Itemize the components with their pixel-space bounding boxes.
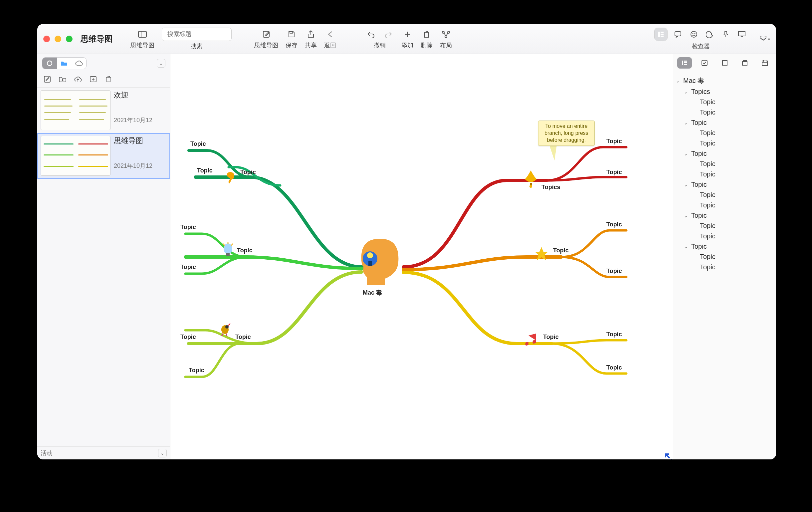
minimize-button[interactable]	[55, 36, 61, 42]
delete-icon[interactable]	[421, 29, 432, 40]
share-icon[interactable]	[305, 29, 317, 40]
search-box[interactable]	[162, 28, 232, 41]
document-item[interactable]: 思维导图 2021年10月12	[37, 133, 170, 179]
outline-item[interactable]: Topic	[674, 128, 775, 138]
svg-rect-31	[684, 61, 687, 62]
branch-label[interactable]: Topics	[542, 184, 560, 191]
document-item[interactable]: 欢迎 2021年10月12	[37, 88, 170, 133]
emoji-icon[interactable]	[688, 29, 699, 40]
branch-label[interactable]: Topic	[553, 247, 569, 254]
new-doc-icon[interactable]	[89, 75, 98, 84]
save-icon[interactable]	[286, 29, 297, 40]
svg-rect-13	[675, 32, 681, 36]
branch-label[interactable]: Topic	[606, 221, 622, 228]
svg-point-29	[529, 185, 532, 188]
branch-label[interactable]: Topic	[606, 364, 622, 371]
branch-label[interactable]: Topic	[180, 224, 196, 231]
inspector-tabs	[673, 54, 776, 72]
svg-point-22	[367, 252, 373, 258]
svg-rect-10	[661, 32, 664, 33]
mindmap-canvas[interactable]: Mac 毒 Topic Topic Topic Topic Topic Topi…	[170, 54, 673, 459]
layout-icon[interactable]	[440, 29, 452, 40]
outline-item[interactable]: Topic	[674, 231, 775, 241]
outline-item[interactable]: Topic	[674, 169, 775, 179]
svg-rect-25	[226, 253, 230, 256]
body: ⌄	[37, 54, 776, 459]
branch-label[interactable]: Topic	[235, 334, 251, 341]
branch-label[interactable]: Topic	[180, 334, 196, 341]
branch-label[interactable]: Topic	[189, 367, 204, 374]
palette-icon[interactable]	[704, 29, 716, 40]
close-button[interactable]	[43, 36, 50, 42]
overflow-icon[interactable]: »	[759, 33, 770, 45]
view-folder-icon[interactable]	[57, 58, 71, 69]
new-folder-icon[interactable]	[58, 75, 67, 84]
branch-label[interactable]: Topic	[197, 167, 213, 174]
outline-root[interactable]: ⌄Mac 毒	[674, 75, 775, 87]
outline-item[interactable]: ⌄Topic	[674, 210, 775, 221]
svg-rect-32	[684, 62, 687, 63]
branch-label[interactable]: Topic	[237, 247, 253, 254]
traffic-lights	[43, 36, 72, 42]
activity-filter-input[interactable]	[40, 450, 155, 457]
branch-label[interactable]: Topic	[606, 138, 622, 145]
trash-icon[interactable]	[104, 75, 113, 84]
toolbar-edit-group: 思维导图	[254, 29, 278, 49]
tab-calendar-icon[interactable]	[757, 57, 772, 68]
tab-tasks-icon[interactable]	[697, 57, 712, 68]
branch-label[interactable]: Topic	[240, 169, 256, 176]
maximize-button[interactable]	[66, 36, 72, 42]
center-node-label[interactable]: Mac 毒	[363, 289, 382, 296]
undo-icon[interactable]	[366, 29, 377, 40]
view-maps-icon[interactable]	[42, 58, 57, 69]
outline-item[interactable]: ⌄Topic	[674, 241, 775, 252]
upload-cloud-icon[interactable]	[73, 75, 83, 84]
notes-icon[interactable]	[672, 29, 684, 40]
outline-item[interactable]: Topic	[674, 221, 775, 231]
branch-label[interactable]: Topic	[606, 268, 622, 275]
outline-tree[interactable]: ⌄Mac 毒 ⌄Topics Topic Topic ⌄Topic Topic …	[673, 72, 776, 459]
svg-point-14	[691, 31, 697, 37]
branch-label[interactable]: Topic	[543, 334, 559, 341]
branch-label[interactable]: Topic	[180, 264, 196, 271]
view-cloud-icon[interactable]	[71, 58, 86, 69]
search-input[interactable]	[167, 31, 244, 38]
edit-icon[interactable]	[42, 75, 52, 84]
branch-label[interactable]: Topic	[606, 169, 622, 176]
outline-item[interactable]: Topic	[674, 190, 775, 200]
outline-item[interactable]: Topic	[674, 200, 775, 210]
sidebar-view-switcher: ⌄	[37, 54, 170, 73]
filter-dropdown-icon[interactable]: ⌄	[158, 449, 167, 457]
present-icon[interactable]	[736, 29, 748, 40]
inspector-panel-icon[interactable]	[655, 28, 667, 40]
outline-item[interactable]: Topic	[674, 107, 775, 117]
svg-rect-19	[44, 76, 50, 82]
compose-icon[interactable]	[261, 29, 272, 40]
tab-card-icon[interactable]	[718, 57, 732, 68]
add-icon[interactable]	[402, 29, 413, 40]
toolbar-mindmap2-label: 思维导图	[254, 41, 278, 49]
outline-item[interactable]: Topic	[674, 97, 775, 107]
branch-label[interactable]: Topic	[606, 331, 622, 338]
redo-icon[interactable]	[383, 29, 394, 40]
tab-stack-icon[interactable]	[737, 57, 752, 68]
outline-item[interactable]: Topic	[674, 138, 775, 148]
document-thumbnail	[40, 136, 111, 176]
sidebar-filter[interactable]: ⌄	[37, 447, 170, 459]
branch-label[interactable]: Topic	[190, 141, 206, 147]
app-window: 思维导图 思维导图 搜索 思维导图	[37, 24, 776, 459]
tab-outline-icon[interactable]	[677, 57, 692, 68]
outline-item[interactable]: ⌄Topic	[674, 179, 775, 190]
outline-item[interactable]: Topic	[674, 159, 775, 169]
outline-item[interactable]: ⌄Topic	[674, 148, 775, 159]
outline-item[interactable]: ⌄Topic	[674, 117, 775, 128]
outline-item[interactable]: Topic	[674, 252, 775, 262]
pin-icon[interactable]	[720, 29, 731, 40]
inspector-toggle[interactable]	[654, 28, 668, 41]
sidebar-toggle-icon[interactable]	[137, 29, 148, 40]
document-date: 2021年10月12	[114, 116, 167, 124]
outline-item[interactable]: Topic	[674, 262, 775, 272]
back-icon[interactable]	[324, 29, 336, 40]
outline-item[interactable]: ⌄Topics	[674, 87, 775, 97]
sidebar-dropdown[interactable]: ⌄	[157, 59, 165, 67]
